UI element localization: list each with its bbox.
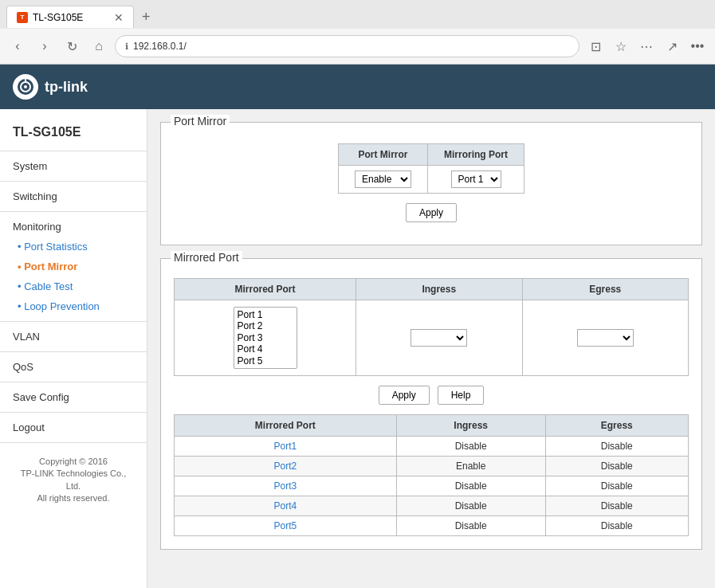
- sidebar-section-vlan: VLAN: [0, 322, 147, 352]
- main-content: Port Mirror Port Mirror Mirroring Port: [147, 109, 715, 588]
- sidebar-section-qos: QoS: [0, 352, 147, 382]
- app-logo: tp-link: [13, 74, 88, 100]
- forward-button[interactable]: ›: [33, 35, 56, 57]
- reading-mode-button[interactable]: ⊡: [584, 35, 607, 57]
- tab-close-button[interactable]: ✕: [114, 11, 124, 24]
- sidebar-item-switching[interactable]: Switching: [0, 186, 147, 206]
- tp-link-logo-svg: [17, 78, 34, 96]
- sidebar-item-loop-prevention[interactable]: • Loop Prevention: [0, 296, 147, 316]
- port-mirror-header: Port Mirror: [339, 144, 428, 166]
- mirroring-port-select-cell: Port 1 Port 2 Port 3 Port 4 Port 5: [428, 166, 524, 194]
- sidebar-item-logout[interactable]: Logout: [0, 417, 147, 437]
- sidebar-section-logout: Logout: [0, 413, 147, 443]
- more-button[interactable]: •••: [686, 35, 709, 57]
- port-mirror-apply-button[interactable]: Apply: [406, 203, 457, 222]
- refresh-button[interactable]: ↻: [61, 35, 83, 57]
- sidebar-item-monitoring[interactable]: Monitoring: [0, 217, 147, 237]
- ingress-select[interactable]: Enable Disable: [411, 329, 467, 347]
- data-ingress-header: Ingress: [396, 414, 545, 436]
- logo-text: tp-link: [45, 79, 88, 96]
- new-tab-button[interactable]: +: [137, 9, 155, 25]
- table-cell-port: Port5: [175, 515, 397, 535]
- ingress-col-header: Ingress: [356, 279, 522, 300]
- table-cell-port: Port4: [175, 496, 397, 515]
- table-row: Port2 Enable Disable: [175, 456, 689, 476]
- ingress-select-cell: Enable Disable: [356, 300, 522, 376]
- sidebar-section-save-config: Save Config: [0, 382, 147, 413]
- sidebar-section-switching: Switching: [0, 182, 147, 212]
- port-list-cell: Port 1 Port 2 Port 3 Port 4 Port 5: [175, 300, 356, 376]
- mirrored-port-title: Mirrored Port: [171, 251, 242, 264]
- sidebar-item-port-statistics[interactable]: • Port Statistics: [0, 237, 147, 257]
- nav-icon-group: ⊡ ☆ ⋯ ↗ •••: [584, 35, 709, 57]
- mirrored-port-data-table: Mirrored Port Ingress Egress Port1 Disab…: [174, 414, 689, 536]
- address-text: 192.168.0.1/: [133, 41, 187, 52]
- mirroring-port-select[interactable]: Port 1 Port 2 Port 3 Port 4 Port 5: [451, 171, 501, 188]
- table-cell-ingress: Disable: [396, 476, 545, 496]
- sidebar-item-system[interactable]: System: [0, 156, 147, 176]
- table-row: Port1 Disable Disable: [175, 436, 689, 456]
- logo-icon: [13, 74, 38, 100]
- sidebar-item-save-config[interactable]: Save Config: [0, 387, 147, 407]
- sidebar: TL-SG105E System Switching Monitoring • …: [0, 109, 147, 588]
- browser-nav-bar: ‹ › ↻ ⌂ ℹ 192.168.0.1/ ⊡ ☆ ⋯ ↗ •••: [0, 29, 715, 64]
- home-button[interactable]: ⌂: [88, 35, 110, 57]
- browser-chrome: T TL-SG105E ✕ + ‹ › ↻ ⌂ ℹ 192.168.0.1/ ⊡…: [0, 0, 715, 65]
- port-mirror-select[interactable]: Enable Disable: [355, 171, 411, 188]
- port-mirror-select-cell: Enable Disable: [339, 166, 428, 194]
- table-cell-port: Port3: [175, 476, 397, 496]
- sidebar-item-port-mirror[interactable]: • Port Mirror: [0, 257, 147, 276]
- port-mirror-title: Port Mirror: [171, 115, 230, 127]
- table-cell-egress: Disable: [545, 515, 688, 535]
- lock-icon: ℹ: [125, 41, 128, 52]
- table-cell-ingress: Disable: [396, 496, 545, 515]
- mirroring-port-header: Mirroring Port: [428, 144, 524, 166]
- table-cell-ingress: Disable: [396, 515, 545, 535]
- tab-title: TL-SG105E: [33, 12, 108, 23]
- data-egress-header: Egress: [545, 414, 688, 436]
- mirrored-port-apply-button[interactable]: Apply: [379, 386, 430, 405]
- table-row: Port5 Disable Disable: [175, 515, 689, 535]
- main-layout: TL-SG105E System Switching Monitoring • …: [0, 109, 715, 588]
- table-cell-ingress: Disable: [396, 436, 545, 456]
- mirrored-port-config-table: Mirrored Port Ingress Egress Port 1 Port…: [174, 278, 689, 376]
- app-header: tp-link: [0, 65, 715, 109]
- port-mirror-config-row: Enable Disable Port 1 Port 2 Port 3 Port…: [339, 166, 524, 194]
- mirrored-port-section: Mirrored Port Mirrored Port Ingress Egre…: [160, 258, 702, 550]
- port-mirror-section: Port Mirror Port Mirror Mirroring Port: [160, 122, 702, 245]
- egress-select[interactable]: Enable Disable: [577, 329, 634, 347]
- sidebar-item-cable-test[interactable]: • Cable Test: [0, 276, 147, 296]
- svg-point-2: [24, 85, 27, 88]
- active-tab[interactable]: T TL-SG105E ✕: [6, 6, 134, 28]
- address-bar[interactable]: ℹ 192.168.0.1/: [115, 35, 579, 57]
- table-cell-egress: Disable: [545, 496, 688, 515]
- table-cell-port: Port2: [175, 456, 397, 476]
- table-cell-egress: Disable: [545, 436, 688, 456]
- mirrored-port-select-row: Port 1 Port 2 Port 3 Port 4 Port 5: [175, 300, 689, 376]
- mirrored-port-help-button[interactable]: Help: [438, 386, 485, 405]
- sidebar-section-monitoring: Monitoring • Port Statistics • Port Mirr…: [0, 212, 147, 322]
- sidebar-copyright: Copyright © 2016TP-LINK Technologies Co.…: [0, 443, 147, 518]
- sidebar-section-system: System: [0, 151, 147, 182]
- port-multiselect[interactable]: Port 1 Port 2 Port 3 Port 4 Port 5: [234, 307, 297, 369]
- tab-bar: T TL-SG105E ✕ +: [0, 0, 715, 29]
- table-cell-ingress: Enable: [396, 456, 545, 476]
- data-mirrored-port-header: Mirrored Port: [175, 414, 397, 436]
- egress-select-cell: Enable Disable: [522, 300, 689, 376]
- favorites-button[interactable]: ☆: [610, 35, 632, 57]
- table-cell-egress: Disable: [545, 476, 688, 496]
- browser-tools-button[interactable]: ⋯: [635, 35, 658, 57]
- tab-favicon: T: [17, 12, 28, 23]
- egress-col-header: Egress: [522, 279, 689, 300]
- sidebar-item-qos[interactable]: QoS: [0, 357, 147, 377]
- mirrored-port-btn-row: Apply Help: [174, 386, 689, 405]
- sidebar-title: TL-SG105E: [0, 117, 147, 151]
- port-mirror-config-table: Port Mirror Mirroring Port Enable Disabl…: [338, 143, 524, 194]
- table-row: Port4 Disable Disable: [175, 496, 689, 515]
- back-button[interactable]: ‹: [6, 35, 29, 57]
- table-cell-egress: Disable: [545, 456, 688, 476]
- sidebar-item-vlan[interactable]: VLAN: [0, 327, 147, 347]
- table-row: Port3 Disable Disable: [175, 476, 689, 496]
- port-mirror-apply-row: Apply: [174, 203, 689, 222]
- share-button[interactable]: ↗: [661, 35, 683, 57]
